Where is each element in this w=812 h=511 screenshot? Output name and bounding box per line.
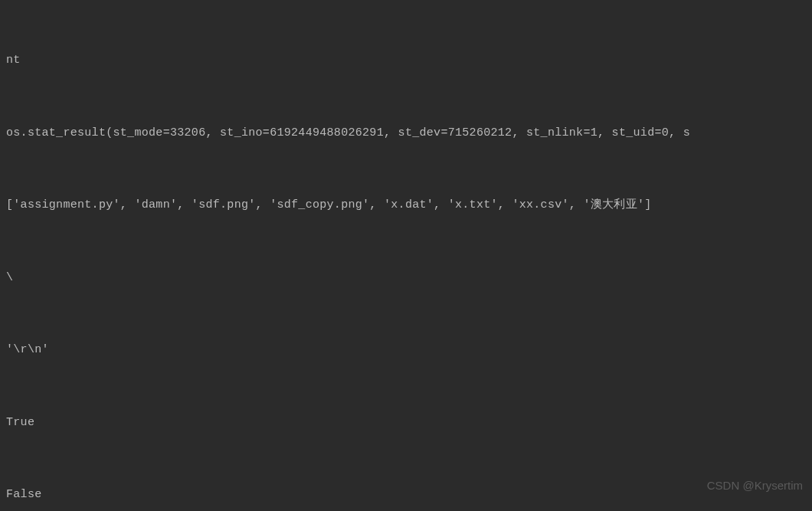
output-line: True [6,411,806,435]
output-line: ['assignment.py', 'damn', 'sdf.png', 'sd… [6,193,806,218]
output-line: False [6,483,806,507]
output-line: '\r\n' [6,338,806,362]
output-line: os.stat_result(st_mode=33206, st_ino=619… [6,121,806,146]
watermark: CSDN @Krysertim [707,473,803,498]
output-line: \ [6,266,806,290]
console-output: nt os.stat_result(st_mode=33206, st_ino=… [0,0,812,511]
output-line: nt [6,48,806,73]
